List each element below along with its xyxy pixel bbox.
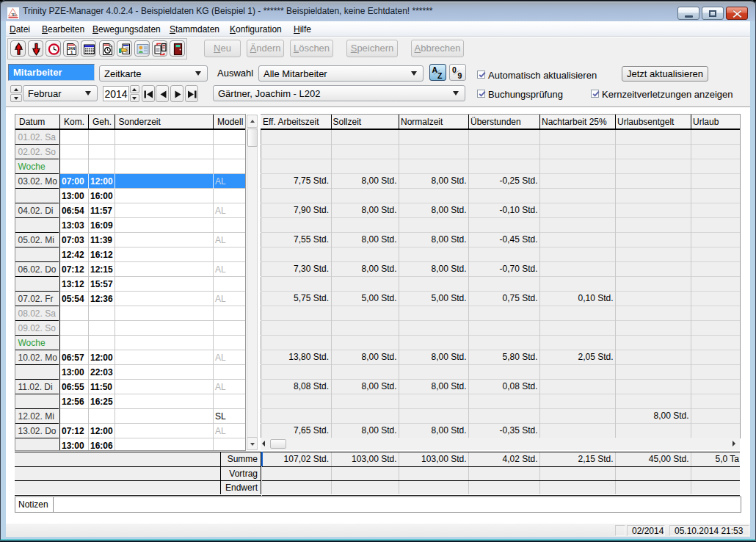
- svg-text:T: T: [12, 12, 15, 18]
- svg-text:9: 9: [458, 71, 462, 79]
- svg-text:Z: Z: [437, 71, 443, 79]
